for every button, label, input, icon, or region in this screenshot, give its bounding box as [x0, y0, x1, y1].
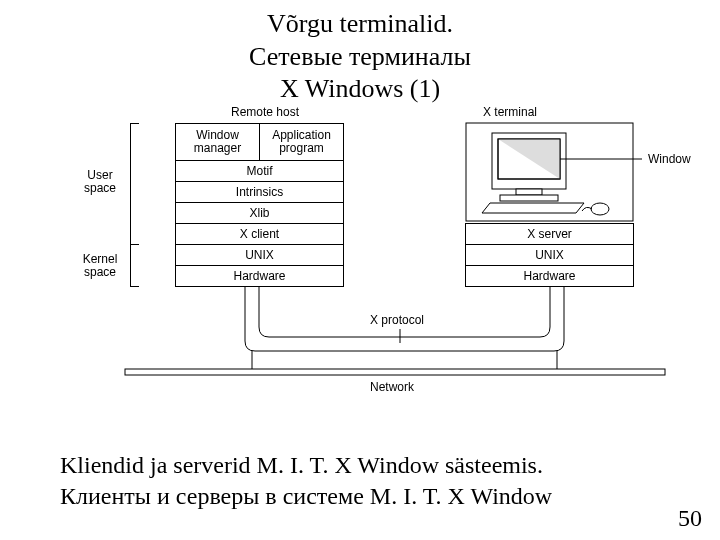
x-windows-diagram: Remote host X terminal Window manager Ap… [0, 105, 720, 425]
title-line-1: Võrgu terminalid. [0, 8, 720, 41]
slide-caption: Kliendid ja serverid M. I. T. X Window s… [60, 450, 680, 512]
svg-point-6 [591, 203, 609, 215]
title-line-2: Сетевые терминалы [0, 41, 720, 74]
title-line-3: X Windows (1) [0, 73, 720, 106]
svg-rect-9 [125, 369, 665, 375]
svg-rect-4 [516, 189, 542, 195]
svg-rect-5 [500, 195, 558, 201]
diagram-svg [0, 105, 720, 425]
page-number: 50 [678, 505, 702, 532]
window-label: Window [648, 152, 691, 166]
slide-title: Võrgu terminalid. Сетевые терминалы X Wi… [0, 0, 720, 106]
caption-line-1: Kliendid ja serverid M. I. T. X Window s… [60, 450, 680, 481]
caption-line-2: Клиенты и серверы в системе M. I. T. X W… [60, 481, 680, 512]
network-label: Network [370, 380, 414, 394]
x-protocol-label: X protocol [370, 313, 424, 327]
